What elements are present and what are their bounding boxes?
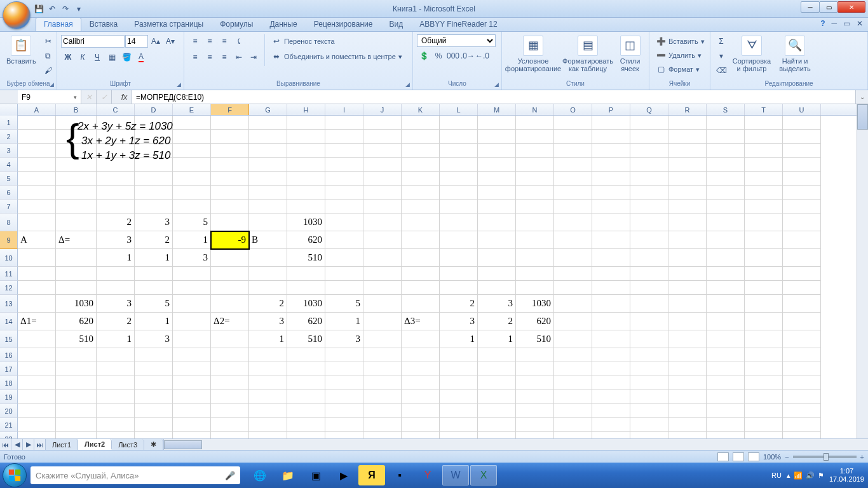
cell-I19[interactable] xyxy=(325,390,363,404)
cell-T9[interactable] xyxy=(745,231,783,249)
cell-K22[interactable] xyxy=(402,432,440,438)
cell-O2[interactable] xyxy=(554,130,592,144)
cell-F22[interactable] xyxy=(211,432,249,438)
font-dialog-launcher[interactable]: ◢ xyxy=(175,81,182,88)
cell-D12[interactable] xyxy=(135,281,173,295)
cell-F10[interactable] xyxy=(211,249,249,267)
cell-U15[interactable] xyxy=(783,330,821,348)
cell-L2[interactable] xyxy=(440,130,478,144)
cell-T2[interactable] xyxy=(745,130,783,144)
cell-F11[interactable] xyxy=(211,267,249,281)
cell-T7[interactable] xyxy=(745,200,783,214)
border-icon[interactable]: ▦ xyxy=(105,50,119,64)
merge-button[interactable]: ⬌ Объединить и поместить в центре ▾ xyxy=(269,50,405,64)
cells-format-button[interactable]: ▢Формат▾ xyxy=(653,62,702,76)
row-header-13[interactable]: 13 xyxy=(0,295,18,313)
cell-H3[interactable] xyxy=(287,144,325,158)
cell-I18[interactable] xyxy=(325,376,363,390)
cell-S2[interactable] xyxy=(707,130,745,144)
cell-D8[interactable]: 3 xyxy=(135,214,173,231)
row-header-3[interactable]: 3 xyxy=(0,144,18,158)
cell-N13[interactable]: 1030 xyxy=(516,295,554,313)
cell-N15[interactable]: 510 xyxy=(516,330,554,348)
cell-L1[interactable] xyxy=(440,116,478,130)
cell-P19[interactable] xyxy=(592,390,630,404)
cell-Q1[interactable] xyxy=(630,116,668,130)
conditional-format-button[interactable]: ▦ Условное форматирование xyxy=(506,34,560,74)
cell-N22[interactable] xyxy=(516,432,554,438)
cell-K19[interactable] xyxy=(402,390,440,404)
row-header-6[interactable]: 6 xyxy=(0,186,18,200)
decrease-font-icon[interactable]: A▾ xyxy=(163,34,177,48)
cell-H5[interactable] xyxy=(287,172,325,186)
cell-H18[interactable] xyxy=(287,376,325,390)
cell-G3[interactable] xyxy=(249,144,287,158)
cell-H15[interactable]: 510 xyxy=(287,330,325,348)
cell-G12[interactable] xyxy=(249,281,287,295)
cell-A14[interactable]: Δ1= xyxy=(18,313,56,330)
cell-T4[interactable] xyxy=(745,158,783,172)
cell-L14[interactable]: 3 xyxy=(440,313,478,330)
cell-B16[interactable] xyxy=(56,348,97,362)
cell-H7[interactable] xyxy=(287,200,325,214)
cell-K6[interactable] xyxy=(402,186,440,200)
cell-R21[interactable] xyxy=(668,418,707,432)
cell-O12[interactable] xyxy=(554,281,592,295)
cell-P16[interactable] xyxy=(592,348,630,362)
column-header-I[interactable]: I xyxy=(325,104,363,115)
cell-C20[interactable] xyxy=(97,404,135,418)
cell-N16[interactable] xyxy=(516,348,554,362)
cell-D9[interactable]: 2 xyxy=(135,231,173,249)
cell-H1[interactable] xyxy=(287,116,325,130)
cell-O7[interactable] xyxy=(554,200,592,214)
increase-font-icon[interactable]: A▴ xyxy=(149,34,163,48)
cell-U12[interactable] xyxy=(783,281,821,295)
cell-A12[interactable] xyxy=(18,281,56,295)
cell-N6[interactable] xyxy=(516,186,554,200)
cell-T19[interactable] xyxy=(745,390,783,404)
cell-R2[interactable] xyxy=(668,130,707,144)
taskbar-app-media[interactable]: ▶ xyxy=(330,465,357,485)
cell-P13[interactable] xyxy=(592,295,630,313)
cell-G20[interactable] xyxy=(249,404,287,418)
cell-Q17[interactable] xyxy=(630,362,668,376)
column-header-O[interactable]: O xyxy=(554,104,592,115)
cell-L17[interactable] xyxy=(440,362,478,376)
cell-O16[interactable] xyxy=(554,348,592,362)
number-format-select[interactable]: Общий xyxy=(417,34,496,47)
cell-P12[interactable] xyxy=(592,281,630,295)
cell-T5[interactable] xyxy=(745,172,783,186)
cell-Q3[interactable] xyxy=(630,144,668,158)
cell-M3[interactable] xyxy=(478,144,516,158)
cell-E14[interactable] xyxy=(173,313,211,330)
cell-U21[interactable] xyxy=(783,418,821,432)
cell-J22[interactable] xyxy=(363,432,402,438)
cell-B12[interactable] xyxy=(56,281,97,295)
row-header-2[interactable]: 2 xyxy=(0,130,18,144)
formula-input[interactable] xyxy=(132,90,855,104)
taskbar-app-yandex[interactable]: Я xyxy=(358,465,385,485)
cell-D21[interactable] xyxy=(135,418,173,432)
increase-indent-icon[interactable]: ⇥ xyxy=(247,50,261,64)
cell-U3[interactable] xyxy=(783,144,821,158)
cell-O14[interactable] xyxy=(554,313,592,330)
cell-I21[interactable] xyxy=(325,418,363,432)
cell-B6[interactable] xyxy=(56,186,97,200)
cell-Q5[interactable] xyxy=(630,172,668,186)
cell-S14[interactable] xyxy=(707,313,745,330)
cell-T15[interactable] xyxy=(745,330,783,348)
tray-flag-icon[interactable]: ⚑ xyxy=(818,471,824,480)
taskbar-app-6[interactable]: ▪ xyxy=(386,465,413,485)
cell-F17[interactable] xyxy=(211,362,249,376)
bold-button[interactable]: Ж xyxy=(61,50,75,64)
cell-J4[interactable] xyxy=(363,158,402,172)
cell-M15[interactable]: 1 xyxy=(478,330,516,348)
cell-K4[interactable] xyxy=(402,158,440,172)
cell-P18[interactable] xyxy=(592,376,630,390)
cell-L20[interactable] xyxy=(440,404,478,418)
cell-K8[interactable] xyxy=(402,214,440,231)
cell-E6[interactable] xyxy=(173,186,211,200)
cell-P4[interactable] xyxy=(592,158,630,172)
cell-D17[interactable] xyxy=(135,362,173,376)
cell-I2[interactable] xyxy=(325,130,363,144)
